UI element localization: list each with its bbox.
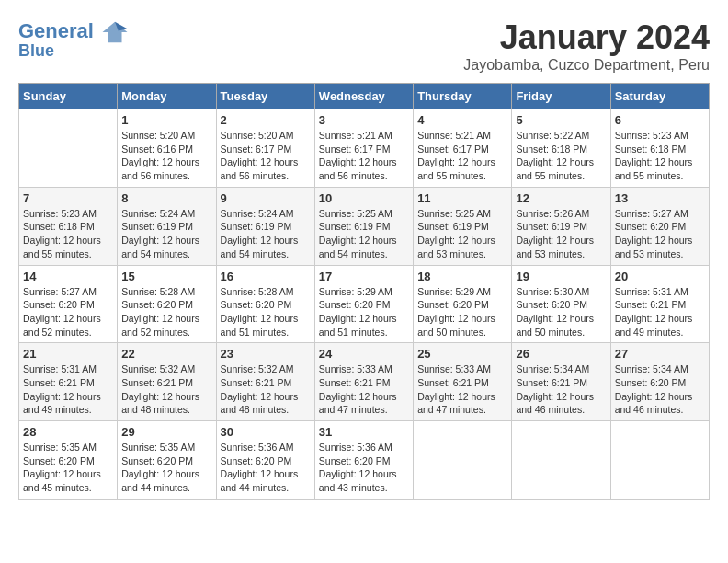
day-info: Sunrise: 5:33 AM Sunset: 6:21 PM Dayligh… <box>319 362 409 417</box>
day-number: 8 <box>121 191 211 205</box>
calendar-cell <box>512 421 610 500</box>
day-info: Sunrise: 5:35 AM Sunset: 6:20 PM Dayligh… <box>121 441 211 495</box>
day-info: Sunrise: 5:26 AM Sunset: 6:19 PM Dayligh… <box>516 207 606 261</box>
day-number: 29 <box>121 425 211 439</box>
day-info: Sunrise: 5:27 AM Sunset: 6:20 PM Dayligh… <box>615 207 705 261</box>
calendar-cell: 11Sunrise: 5:25 AM Sunset: 6:19 PM Dayli… <box>414 187 512 265</box>
calendar-body: 1Sunrise: 5:20 AM Sunset: 6:16 PM Daylig… <box>19 109 710 500</box>
day-info: Sunrise: 5:28 AM Sunset: 6:20 PM Dayligh… <box>221 285 311 339</box>
day-info: Sunrise: 5:36 AM Sunset: 6:20 PM Dayligh… <box>221 441 311 495</box>
day-info: Sunrise: 5:24 AM Sunset: 6:19 PM Dayligh… <box>121 207 211 261</box>
weekday-header: Thursday <box>414 84 512 109</box>
weekday-header: Friday <box>512 84 610 109</box>
day-number: 30 <box>221 425 311 439</box>
calendar-cell: 2Sunrise: 5:20 AM Sunset: 6:17 PM Daylig… <box>216 109 314 188</box>
day-number: 15 <box>121 270 211 283</box>
logo: General Blue <box>18 18 129 61</box>
day-number: 4 <box>417 113 507 127</box>
day-number: 3 <box>319 113 409 127</box>
calendar-cell: 19Sunrise: 5:30 AM Sunset: 6:20 PM Dayli… <box>512 265 610 343</box>
calendar-cell: 12Sunrise: 5:26 AM Sunset: 6:19 PM Dayli… <box>512 187 610 265</box>
day-info: Sunrise: 5:34 AM Sunset: 6:21 PM Dayligh… <box>516 362 606 417</box>
calendar-cell: 15Sunrise: 5:28 AM Sunset: 6:20 PM Dayli… <box>118 265 216 343</box>
day-number: 5 <box>516 113 606 127</box>
calendar-cell: 1Sunrise: 5:20 AM Sunset: 6:16 PM Daylig… <box>118 109 216 188</box>
calendar-cell: 8Sunrise: 5:24 AM Sunset: 6:19 PM Daylig… <box>118 187 216 265</box>
day-info: Sunrise: 5:30 AM Sunset: 6:20 PM Dayligh… <box>516 285 606 339</box>
day-number: 2 <box>221 113 311 127</box>
day-info: Sunrise: 5:32 AM Sunset: 6:21 PM Dayligh… <box>221 362 311 417</box>
day-number: 13 <box>615 191 705 205</box>
day-number: 25 <box>417 347 507 361</box>
day-info: Sunrise: 5:23 AM Sunset: 6:18 PM Dayligh… <box>615 129 705 183</box>
day-info: Sunrise: 5:27 AM Sunset: 6:20 PM Dayligh… <box>23 285 113 339</box>
day-number: 17 <box>319 270 409 283</box>
day-info: Sunrise: 5:29 AM Sunset: 6:20 PM Dayligh… <box>319 285 409 339</box>
day-number: 6 <box>615 113 705 127</box>
day-info: Sunrise: 5:33 AM Sunset: 6:21 PM Dayligh… <box>417 362 507 417</box>
weekday-header: Wednesday <box>314 84 413 109</box>
day-number: 10 <box>319 191 409 205</box>
calendar-cell: 24Sunrise: 5:33 AM Sunset: 6:21 PM Dayli… <box>314 343 413 421</box>
day-info: Sunrise: 5:21 AM Sunset: 6:17 PM Dayligh… <box>319 129 409 183</box>
day-number: 21 <box>23 347 113 361</box>
calendar-cell: 28Sunrise: 5:35 AM Sunset: 6:20 PM Dayli… <box>19 421 118 500</box>
day-number: 19 <box>516 270 606 283</box>
day-number: 22 <box>121 347 211 361</box>
calendar-cell: 13Sunrise: 5:27 AM Sunset: 6:20 PM Dayli… <box>610 187 709 265</box>
day-number: 16 <box>221 270 311 283</box>
day-info: Sunrise: 5:35 AM Sunset: 6:20 PM Dayligh… <box>23 441 113 495</box>
weekday-header: Monday <box>118 84 216 109</box>
weekday-header: Saturday <box>610 84 709 109</box>
day-info: Sunrise: 5:36 AM Sunset: 6:20 PM Dayligh… <box>319 441 409 495</box>
day-number: 26 <box>516 347 606 361</box>
day-info: Sunrise: 5:34 AM Sunset: 6:20 PM Dayligh… <box>615 362 705 417</box>
day-info: Sunrise: 5:20 AM Sunset: 6:16 PM Dayligh… <box>121 129 211 183</box>
calendar-cell: 18Sunrise: 5:29 AM Sunset: 6:20 PM Dayli… <box>414 265 512 343</box>
day-number: 23 <box>221 347 311 361</box>
weekday-header: Sunday <box>19 84 118 109</box>
day-number: 12 <box>516 191 606 205</box>
day-number: 1 <box>121 113 211 127</box>
weekday-header: Tuesday <box>216 84 314 109</box>
day-number: 11 <box>417 191 507 205</box>
calendar-cell: 29Sunrise: 5:35 AM Sunset: 6:20 PM Dayli… <box>118 421 216 500</box>
day-info: Sunrise: 5:25 AM Sunset: 6:19 PM Dayligh… <box>319 207 409 261</box>
title-area: January 2024 Jayobamba, Cuzco Department… <box>463 18 710 74</box>
calendar-cell: 31Sunrise: 5:36 AM Sunset: 6:20 PM Dayli… <box>314 421 413 500</box>
calendar-week-row: 7Sunrise: 5:23 AM Sunset: 6:18 PM Daylig… <box>19 187 710 265</box>
day-number: 7 <box>23 191 113 205</box>
calendar-cell: 10Sunrise: 5:25 AM Sunset: 6:19 PM Dayli… <box>314 187 413 265</box>
month-title: January 2024 <box>463 18 710 57</box>
calendar-cell: 21Sunrise: 5:31 AM Sunset: 6:21 PM Dayli… <box>19 343 118 421</box>
day-info: Sunrise: 5:31 AM Sunset: 6:21 PM Dayligh… <box>615 285 705 339</box>
day-number: 24 <box>319 347 409 361</box>
day-number: 27 <box>615 347 705 361</box>
calendar-cell: 25Sunrise: 5:33 AM Sunset: 6:21 PM Dayli… <box>414 343 512 421</box>
calendar-cell: 3Sunrise: 5:21 AM Sunset: 6:17 PM Daylig… <box>314 109 413 188</box>
calendar-cell <box>414 421 512 500</box>
day-info: Sunrise: 5:20 AM Sunset: 6:17 PM Dayligh… <box>221 129 311 183</box>
calendar-cell <box>19 109 118 188</box>
calendar-cell: 5Sunrise: 5:22 AM Sunset: 6:18 PM Daylig… <box>512 109 610 188</box>
calendar-cell: 14Sunrise: 5:27 AM Sunset: 6:20 PM Dayli… <box>19 265 118 343</box>
calendar-cell: 26Sunrise: 5:34 AM Sunset: 6:21 PM Dayli… <box>512 343 610 421</box>
calendar-cell: 23Sunrise: 5:32 AM Sunset: 6:21 PM Dayli… <box>216 343 314 421</box>
calendar-cell: 9Sunrise: 5:24 AM Sunset: 6:19 PM Daylig… <box>216 187 314 265</box>
day-number: 28 <box>23 425 113 439</box>
day-number: 14 <box>23 270 113 283</box>
calendar-header-row: SundayMondayTuesdayWednesdayThursdayFrid… <box>19 84 710 109</box>
calendar-cell: 27Sunrise: 5:34 AM Sunset: 6:20 PM Dayli… <box>610 343 709 421</box>
calendar-cell: 16Sunrise: 5:28 AM Sunset: 6:20 PM Dayli… <box>216 265 314 343</box>
calendar-table: SundayMondayTuesdayWednesdayThursdayFrid… <box>18 83 710 500</box>
day-number: 18 <box>417 270 507 283</box>
day-number: 31 <box>319 425 409 439</box>
day-number: 20 <box>615 270 705 283</box>
calendar-cell: 17Sunrise: 5:29 AM Sunset: 6:20 PM Dayli… <box>314 265 413 343</box>
calendar-cell: 30Sunrise: 5:36 AM Sunset: 6:20 PM Dayli… <box>216 421 314 500</box>
calendar-cell: 6Sunrise: 5:23 AM Sunset: 6:18 PM Daylig… <box>610 109 709 188</box>
day-info: Sunrise: 5:25 AM Sunset: 6:19 PM Dayligh… <box>417 207 507 261</box>
calendar-week-row: 28Sunrise: 5:35 AM Sunset: 6:20 PM Dayli… <box>19 421 710 500</box>
calendar-cell: 4Sunrise: 5:21 AM Sunset: 6:17 PM Daylig… <box>414 109 512 188</box>
location-subtitle: Jayobamba, Cuzco Department, Peru <box>463 57 710 74</box>
